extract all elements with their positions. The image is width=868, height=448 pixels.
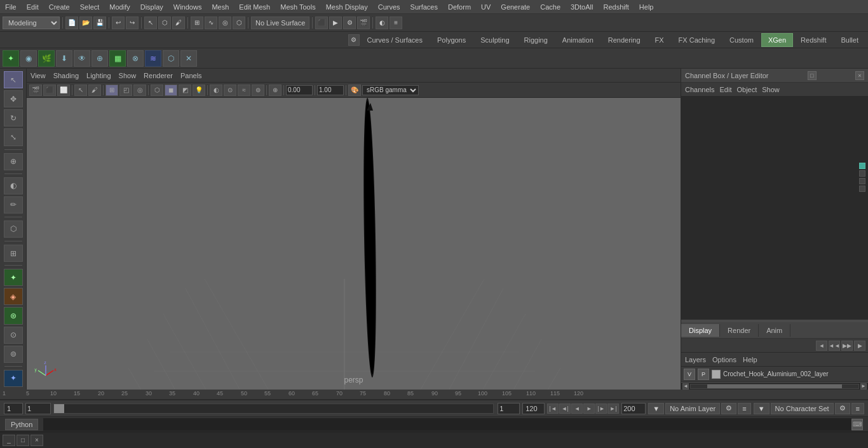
anim-layer-settings[interactable]: ⚙ (721, 403, 736, 414)
layer-tab-render[interactable]: Render (720, 324, 759, 337)
menu-cache[interactable]: Cache (538, 2, 563, 12)
max-time-input[interactable] (621, 403, 646, 414)
outliner-btn[interactable]: ≡ (390, 17, 402, 29)
layer-playback-btn[interactable]: P (698, 369, 709, 380)
menu-3dto[interactable]: 3DtoAll (568, 2, 595, 12)
python-keyboard-icon[interactable]: ⌨ (851, 419, 863, 430)
vt-color-space-icon[interactable]: 🎨 (348, 85, 361, 96)
layer-tab-anim[interactable]: Anim (759, 324, 790, 337)
viewport-menu-show[interactable]: Show (119, 72, 137, 79)
range-start-input[interactable] (25, 403, 51, 414)
menu-redshift[interactable]: Redshift (600, 2, 631, 12)
object-menu[interactable]: Object (736, 86, 757, 93)
save-file-btn[interactable]: 💾 (93, 17, 106, 29)
xgen-btn-4[interactable]: ⬇ (56, 50, 72, 67)
range-end-input[interactable] (498, 403, 520, 414)
snap-curve-btn[interactable]: ∿ (205, 17, 217, 29)
vt-wireframe-btn[interactable]: ⬡ (151, 85, 163, 96)
vt-grid-btn[interactable]: ⊞ (105, 85, 118, 96)
soft-mod-btn[interactable]: ◐ (4, 177, 23, 194)
vt-motion-blur-btn[interactable]: ≈ (238, 85, 250, 96)
vt-paint-btn[interactable]: 🖌 (88, 85, 101, 96)
vt-gamma-input[interactable] (286, 85, 313, 95)
vt-smooth-btn[interactable]: ◼ (165, 85, 177, 96)
layers-menu[interactable]: Layers (685, 356, 706, 363)
layer-scrollbar[interactable]: ◄ ► (681, 382, 868, 390)
script-maximize-btn[interactable]: □ (17, 435, 29, 446)
vt-resgate-btn[interactable]: ⬜ (57, 85, 70, 96)
snap-grid-btn[interactable]: ⊞ (191, 17, 203, 29)
xgen-tool-4[interactable]: ⊙ (4, 327, 23, 344)
python-tab[interactable]: Python (5, 419, 38, 430)
tab-animation[interactable]: Animation (555, 33, 600, 47)
menu-select[interactable]: Select (78, 2, 102, 12)
prev-key-btn[interactable]: ◄| (559, 404, 571, 414)
xgen-btn-6[interactable]: ⊕ (92, 50, 108, 67)
python-input[interactable] (43, 418, 851, 431)
ipr-render-btn[interactable]: ▶ (329, 17, 342, 29)
channels-menu[interactable]: Channels (685, 86, 714, 93)
snap-point-btn[interactable]: ◎ (219, 17, 231, 29)
vt-dof-btn[interactable]: ⊚ (252, 85, 264, 96)
render-seq-btn[interactable]: 🎬 (357, 17, 370, 29)
snap-together-btn[interactable]: ⊞ (4, 245, 23, 262)
char-set-settings[interactable]: ⚙ (835, 403, 850, 414)
layer-color-swatch[interactable] (712, 370, 721, 379)
redo-btn[interactable]: ↪ (126, 17, 139, 29)
xgen-tool-6[interactable]: ✦ (4, 370, 23, 387)
tab-redshift[interactable]: Redshift (794, 33, 833, 47)
script-close-btn[interactable]: × (31, 435, 43, 446)
universal-manip-btn[interactable]: ⊕ (4, 153, 23, 170)
vt-exposure-input[interactable] (317, 85, 344, 95)
layer-fwd-btn[interactable]: ▶ (854, 341, 865, 351)
go-start-btn[interactable]: |◄ (547, 404, 559, 414)
hypershade-btn[interactable]: ◐ (376, 17, 388, 29)
anim-range-slider[interactable] (53, 404, 494, 414)
menu-mesh-display[interactable]: Mesh Display (323, 2, 370, 12)
anim-slider-thumb[interactable] (54, 404, 64, 413)
menu-mesh-tools[interactable]: Mesh Tools (278, 2, 318, 12)
anim-layer-dropdown[interactable]: ▼ (648, 403, 664, 414)
vt-color-space-select[interactable]: sRGB gamma (362, 85, 419, 95)
vt-texture-btn[interactable]: ◩ (179, 85, 191, 96)
rotate-tool-btn[interactable]: ↻ (4, 109, 23, 126)
xgen-btn-2[interactable]: ◉ (20, 50, 37, 67)
menu-windows[interactable]: Windows (171, 2, 205, 12)
next-key-btn[interactable]: |► (595, 404, 607, 414)
xgen-tool-3[interactable]: ⊛ (4, 307, 23, 324)
scale-tool-btn[interactable]: ⤡ (4, 128, 23, 146)
play-back-btn[interactable]: ◄ (571, 404, 583, 414)
new-file-btn[interactable]: 📄 (65, 17, 78, 29)
xgen-tool-5[interactable]: ⊚ (4, 346, 23, 363)
vt-cam-btn[interactable]: 🎬 (29, 85, 42, 96)
menu-generate[interactable]: Generate (498, 2, 532, 12)
select-tool-btn[interactable]: ↖ (4, 71, 23, 88)
menu-deform[interactable]: Deform (445, 2, 473, 12)
xgen-btn-3[interactable]: 🌿 (38, 50, 55, 67)
layer-fwd2-btn[interactable]: ▶▶ (841, 341, 853, 351)
paint-sel-btn[interactable]: 🖌 (172, 17, 185, 29)
menu-create[interactable]: Create (46, 2, 72, 12)
menu-edit[interactable]: Edit (24, 2, 41, 12)
menu-help[interactable]: Help (637, 2, 656, 12)
menu-surfaces[interactable]: Surfaces (408, 2, 440, 12)
xgen-btn-8[interactable]: ⊗ (127, 50, 144, 67)
layer-tab-display[interactable]: Display (681, 324, 720, 337)
panel-maximize-btn[interactable]: □ (808, 71, 817, 80)
panel-close-btn[interactable]: × (855, 71, 864, 80)
vt-select-mask-btn[interactable]: ↖ (74, 85, 87, 96)
render-settings-btn[interactable]: ⚙ (343, 17, 356, 29)
tab-xgen[interactable]: XGen (761, 33, 793, 47)
vt-light-btn[interactable]: 💡 (193, 85, 205, 96)
tab-polygons[interactable]: Polygons (430, 33, 473, 47)
edit-menu[interactable]: Edit (719, 86, 731, 93)
xgen-tool-2[interactable]: ◈ (4, 288, 23, 305)
xgen-btn-5[interactable]: 👁 (74, 50, 90, 67)
render-btn[interactable]: ⬛ (315, 17, 328, 29)
tab-fx-caching[interactable]: FX Caching (672, 33, 722, 47)
vt-ao-btn[interactable]: ⊙ (224, 85, 236, 96)
menu-edit-mesh[interactable]: Edit Mesh (236, 2, 273, 12)
menu-mesh[interactable]: Mesh (209, 2, 231, 12)
scroll-right-btn[interactable]: ► (860, 383, 867, 390)
xgen-btn-7[interactable]: ▦ (109, 50, 126, 67)
